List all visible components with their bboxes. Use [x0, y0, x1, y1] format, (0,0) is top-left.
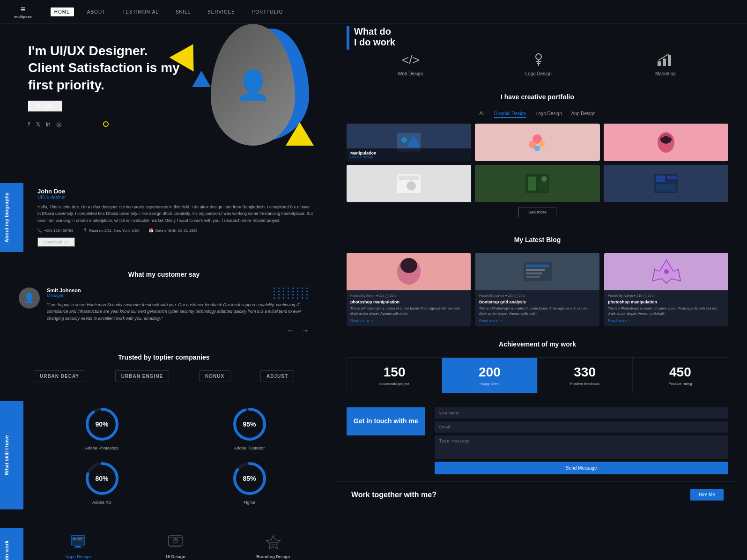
blog-meta-1: Posted By Admin ♥ 21k ◯ 22 s [350, 294, 467, 298]
svg-rect-56 [538, 181, 548, 191]
blog-card-1[interactable]: Posted By Admin ♥ 21k ◯ 22 s photoshop m… [347, 253, 471, 326]
testimonial-nav: ← → [19, 326, 309, 335]
blog-readmore-1[interactable]: Read more → [350, 318, 467, 323]
hero-section: I'm UI/UX Designer. Client Satisfaction … [0, 24, 328, 174]
blog-meta-3: Posted By Admin ♥ 21k ◯ 22 s [608, 294, 725, 298]
contact-email-input[interactable] [435, 421, 728, 433]
portfolio-img-6 [604, 165, 728, 202]
achievement-200-label: happy client [447, 382, 532, 386]
tab-graphic[interactable]: Graphic Design [494, 110, 526, 118]
nav-home[interactable]: HOME [51, 7, 74, 16]
portfolio-tabs: All Graphic Design Logo Design App Desig… [347, 110, 728, 118]
achievement-section: Achievement of my work 150 successful pr… [337, 333, 738, 400]
contact-message-input[interactable] [435, 435, 728, 459]
svg-rect-23 [271, 544, 275, 545]
svg-point-63 [400, 258, 417, 273]
portfolio-img-4 [347, 165, 471, 202]
download-cv-button[interactable]: Download C+ [37, 237, 75, 247]
skill-xd-name: Adobe XD [92, 500, 111, 505]
left-column: I'm UI/UX Designer. Client Satisfaction … [0, 24, 328, 560]
blog-body-3: Posted By Admin ♥ 21k ◯ 22 s photoshop m… [604, 290, 728, 326]
blue-bar [347, 26, 349, 50]
prev-arrow[interactable]: ← [287, 326, 295, 335]
top-service-marketing[interactable]: Marketing [654, 50, 677, 76]
svg-rect-40 [663, 59, 666, 66]
nav-testimonial[interactable]: TESTIMONIAL [118, 7, 163, 16]
tab-logo[interactable]: Logo Design [536, 110, 562, 118]
portfolio-item-5[interactable] [475, 165, 599, 202]
twitter-icon[interactable]: 𝕏 [36, 121, 40, 128]
ui-design-label: UI Design [166, 554, 185, 559]
skill-figma-circle: 85% [231, 460, 268, 497]
svg-text:</>: </> [402, 53, 420, 67]
linkedin-icon[interactable]: in [46, 121, 51, 128]
portfolio-section: I have creative portfolio All Graphic De… [337, 86, 738, 229]
skill-illustrator-name: Adobe Illustrator [234, 446, 265, 450]
hire-me-button[interactable]: Hire Me [28, 101, 62, 111]
tab-all[interactable]: All [480, 110, 485, 118]
what-do-bottom-section: What do I do work [0, 519, 328, 560]
portfolio-item-4[interactable] [347, 165, 471, 202]
company-adjust: adjust [260, 370, 294, 382]
skill-figma: 85% Figma [180, 460, 318, 505]
blog-img-3 [604, 253, 728, 290]
top-service-web[interactable]: </> Web Design [398, 50, 423, 76]
top-services-row: </> Web Design [347, 50, 728, 76]
testimonial-title: What my customer say [19, 271, 309, 278]
svg-rect-59 [656, 176, 665, 182]
achievement-title: Achievement of my work [347, 340, 728, 348]
hire-me-button-bottom[interactable]: Hire Me [690, 489, 724, 501]
nav-portfolio[interactable]: PORTFOLIO [248, 7, 287, 16]
about-content: John Doe UI/Ux desiner Hello, This is jo… [23, 183, 328, 252]
about-dob: 📅 Date of Birth: 02-01-1995 [149, 228, 198, 233]
blog-readmore-3[interactable]: Read more → [608, 318, 725, 323]
service-branding[interactable]: Branding Design [228, 533, 318, 559]
what-do-line1: What do [354, 26, 395, 37]
svg-rect-14 [77, 539, 81, 540]
skill-xd: 80% Adobe XD [33, 460, 171, 505]
apps-design-label: Apps Design [65, 554, 91, 559]
portfolio-overlay-1: Manipulation Graphic Design [347, 148, 471, 161]
achievement-450: 450 Positive rating [633, 358, 728, 393]
svg-rect-19 [170, 546, 181, 547]
logo: ≡ multipose [14, 5, 32, 19]
portfolio-item-6[interactable] [604, 165, 728, 202]
hero-title: I'm UI/UX Designer. Client Satisfaction … [28, 43, 187, 94]
achievement-grid: 150 successful project 200 happy client … [347, 357, 728, 393]
nav-services[interactable]: SERVICES [204, 7, 238, 16]
reviewer-name: Smit Johnson [47, 287, 309, 293]
facebook-icon[interactable]: f [28, 121, 30, 128]
tab-app[interactable]: App Design [571, 110, 596, 118]
service-apps-design[interactable]: Apps Design [33, 533, 123, 559]
next-arrow[interactable]: → [302, 326, 309, 335]
dot-yellow-1 [187, 47, 192, 52]
see-more-button[interactable]: See more [518, 207, 556, 217]
contact-name-input[interactable] [435, 407, 728, 419]
portfolio-item-3[interactable] [604, 124, 728, 161]
testimonial-card: 👤 Smit Johnson Manager "I am happy to sh… [19, 287, 309, 322]
svg-rect-10 [75, 546, 81, 547]
contact-section: Get in touch with me Send Message [337, 400, 738, 481]
portfolio-grid: Manipulation Graphic Design [347, 124, 728, 202]
achievement-450-label: Positive rating [637, 382, 723, 386]
about-details: 📞 +001 1234 56789 📍 Road no 2/11, New Yo… [37, 228, 314, 233]
nav-skill[interactable]: SKILL [172, 7, 194, 16]
blog-body-2: Posted By Admin ♥ 21k ◯ 22 s Bootstrap g… [475, 290, 599, 326]
send-message-button[interactable]: Send Message [435, 462, 728, 474]
blog-readmore-2[interactable]: Read more → [479, 318, 596, 323]
svg-rect-41 [668, 55, 671, 66]
blog-card-2[interactable]: Posted By Admin ♥ 21k ◯ 22 s Bootstrap g… [475, 253, 599, 326]
instagram-icon[interactable]: ◎ [56, 121, 61, 128]
service-ui-design[interactable]: UI Design [130, 533, 221, 559]
portfolio-item-2[interactable] [475, 124, 599, 161]
portfolio-item-1[interactable]: Manipulation Graphic Design [347, 124, 471, 161]
nav-about[interactable]: ABOUT [83, 7, 109, 16]
blog-img-2 [475, 253, 599, 290]
svg-rect-12 [73, 538, 76, 540]
svg-rect-39 [658, 61, 661, 66]
top-service-logo[interactable]: Logo Design [525, 50, 552, 76]
contact-form: Send Message [435, 407, 728, 474]
svg-rect-55 [528, 177, 536, 191]
blog-card-3[interactable]: Posted By Admin ♥ 21k ◯ 22 s photoshop m… [604, 253, 728, 326]
testimonial-info: Smit Johnson Manager "I am happy to shar… [47, 287, 309, 322]
